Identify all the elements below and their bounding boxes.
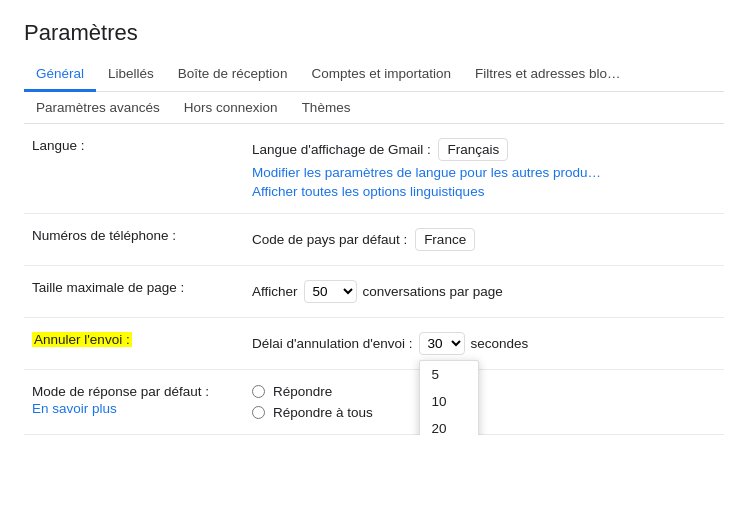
delai-prefix: Délai d'annulation d'envoi : [252, 336, 413, 351]
tab-comptes-importation[interactable]: Comptes et importation [299, 58, 463, 92]
table-row: Annuler l'envoi : Délai d'annulation d'e… [24, 318, 724, 370]
langue-afficher-link[interactable]: Afficher toutes les options linguistique… [252, 184, 716, 199]
reponse-option-2: Répondre à tous [273, 405, 373, 420]
reponse-option-1: Répondre [273, 384, 332, 399]
telephone-value-cell: Code de pays par défaut : France [244, 214, 724, 266]
dropdown-item-5[interactable]: 5 [420, 361, 478, 388]
reponse-learn-more-link[interactable]: En savoir plus [32, 401, 236, 416]
reponse-label-cell: Mode de réponse par défaut : En savoir p… [24, 370, 244, 435]
langue-label: Langue : [24, 124, 244, 214]
tab-themes[interactable]: Thèmes [290, 92, 363, 123]
table-row: Langue : Langue d'affichage de Gmail : F… [24, 124, 724, 214]
tab-parametres-avances[interactable]: Paramètres avancés [24, 92, 172, 123]
langue-value-cell: Langue d'affichage de Gmail : Français M… [244, 124, 724, 214]
reponse-row: Répondre Répondre à tous [252, 384, 716, 420]
delai-select-wrapper: 5 10 20 30 5 10 20 30 [419, 332, 465, 355]
afficher-row: Afficher 10 15 20 25 50 100 conversation… [252, 280, 716, 303]
table-row: Mode de réponse par défaut : En savoir p… [24, 370, 724, 435]
telephone-country-value: France [415, 228, 475, 251]
telephone-code-label: Code de pays par défaut : [252, 232, 407, 247]
reponse-radio-row-2: Répondre à tous [252, 405, 716, 420]
table-row: Taille maximale de page : Afficher 10 15… [24, 266, 724, 318]
annuler-label: Annuler l'envoi : [32, 332, 132, 347]
page-size-value-cell: Afficher 10 15 20 25 50 100 conversation… [244, 266, 724, 318]
dropdown-item-10[interactable]: 10 [420, 388, 478, 415]
afficher-prefix: Afficher [252, 284, 298, 299]
langue-affichage-label: Langue d'affichage de Gmail : [252, 142, 431, 157]
telephone-label: Numéros de téléphone : [24, 214, 244, 266]
reponse-radio-2[interactable] [252, 406, 265, 419]
tabs-row-1: Général Libellés Boîte de réception Comp… [24, 58, 724, 92]
page-title: Paramètres [24, 20, 724, 46]
langue-modifier-link[interactable]: Modifier les paramètres de langue pour l… [252, 165, 716, 180]
tabs-row-2: Paramètres avancés Hors connexion Thèmes [24, 92, 724, 124]
annuler-label-cell: Annuler l'envoi : [24, 318, 244, 370]
reponse-radio-row-1: Répondre [252, 384, 716, 399]
afficher-suffix: conversations par page [363, 284, 503, 299]
settings-table: Langue : Langue d'affichage de Gmail : F… [24, 124, 724, 435]
table-row: Numéros de téléphone : Code de pays par … [24, 214, 724, 266]
delai-row: Délai d'annulation d'envoi : 5 10 20 30 … [252, 332, 716, 355]
tab-hors-connexion[interactable]: Hors connexion [172, 92, 290, 123]
delai-select[interactable]: 5 10 20 30 [419, 332, 465, 355]
tab-boite-reception[interactable]: Boîte de réception [166, 58, 300, 92]
page-size-label: Taille maximale de page : [24, 266, 244, 318]
page-size-select[interactable]: 10 15 20 25 50 100 [304, 280, 357, 303]
reponse-label: Mode de réponse par défaut : [32, 384, 209, 399]
delai-dropdown: 5 10 20 30 [419, 360, 479, 435]
delai-suffix: secondes [471, 336, 529, 351]
langue-value: Français [438, 138, 508, 161]
reponse-value-cell: Répondre Répondre à tous [244, 370, 724, 435]
tab-general[interactable]: Général [24, 58, 96, 92]
annuler-value-cell: Délai d'annulation d'envoi : 5 10 20 30 … [244, 318, 724, 370]
tab-libelles[interactable]: Libellés [96, 58, 166, 92]
dropdown-item-20[interactable]: 20 [420, 415, 478, 435]
tab-filtres[interactable]: Filtres et adresses blo… [463, 58, 633, 92]
reponse-radio-1[interactable] [252, 385, 265, 398]
